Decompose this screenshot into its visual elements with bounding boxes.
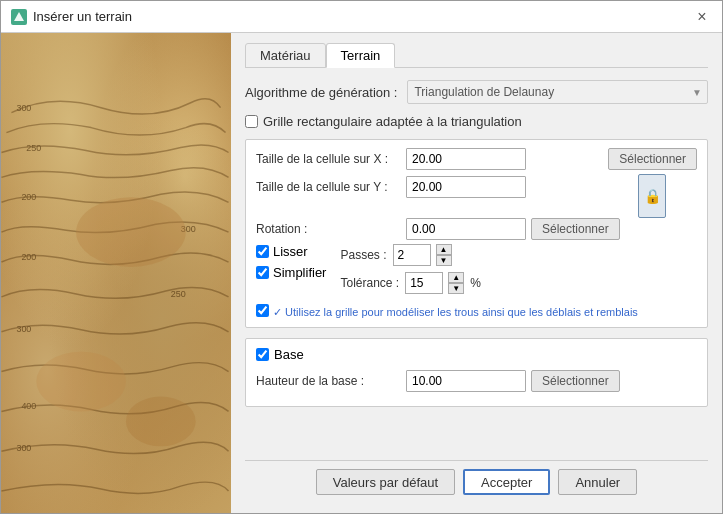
defaults-button[interactable]: Valeurs par défaut (316, 469, 455, 495)
svg-marker-0 (14, 12, 24, 21)
svg-point-12 (126, 396, 196, 446)
cellule-x-row: Taille de la cellule sur X : (256, 148, 598, 170)
cancel-button[interactable]: Annuler (558, 469, 637, 495)
footer: Valeurs par défaut Accepter Annuler (245, 460, 708, 503)
note-row: ✓ Utilisez la grille pour modéliser les … (256, 302, 697, 319)
base-header: Base (256, 347, 697, 362)
svg-text:300: 300 (16, 443, 31, 453)
base-label: Base (274, 347, 304, 362)
tolerance-row: Tolérance : ▲ ▼ % (340, 272, 480, 294)
tolerance-up-arrow[interactable]: ▲ (448, 272, 464, 283)
dialog-body: 300 250 200 300 200 250 300 400 300 (1, 33, 722, 513)
rotation-input[interactable] (406, 218, 526, 240)
passes-input[interactable] (393, 244, 431, 266)
svg-text:300: 300 (16, 324, 31, 334)
cellule-x-input[interactable] (406, 148, 526, 170)
close-button[interactable]: × (692, 7, 712, 27)
terrain-background: 300 250 200 300 200 250 300 400 300 (1, 33, 231, 513)
accept-button[interactable]: Accepter (463, 469, 550, 495)
lisser-checkbox[interactable] (256, 245, 269, 258)
tab-materiau[interactable]: Matériau (245, 43, 326, 68)
options-group: Lisser Simplifier Passes : ▲ (256, 244, 697, 294)
svg-text:400: 400 (21, 401, 36, 411)
rotation-label: Rotation : (256, 222, 406, 236)
cellule-y-label: Taille de la cellule sur Y : (256, 180, 406, 194)
hauteur-input[interactable] (406, 370, 526, 392)
passes-spinners: ▲ ▼ (436, 244, 452, 266)
simplifier-label: Simplifier (273, 265, 326, 280)
grille-checkbox[interactable] (245, 115, 258, 128)
note-text: ✓ Utilisez la grille pour modéliser les … (273, 306, 638, 319)
svg-text:250: 250 (26, 143, 41, 153)
hauteur-row: Hauteur de la base : Sélectionner (256, 370, 697, 392)
algo-select-wrapper: ▼ (407, 80, 708, 104)
svg-point-10 (76, 197, 186, 267)
lock-button[interactable]: 🔒 (638, 174, 666, 218)
svg-text:200: 200 (21, 252, 36, 262)
grille-label: Grille rectangulaire adaptée à la triang… (263, 114, 522, 129)
dialog: Insérer un terrain × (0, 0, 723, 514)
check-options: Lisser Simplifier (256, 244, 326, 280)
value-options: Passes : ▲ ▼ Tolérance : ▲ (340, 244, 480, 294)
tolerance-input[interactable] (405, 272, 443, 294)
base-checkbox[interactable] (256, 348, 269, 361)
algo-input (407, 80, 708, 104)
svg-text:200: 200 (21, 192, 36, 202)
right-panel: Matériau Terrain Algorithme de génératio… (231, 33, 722, 513)
tolerance-spinners: ▲ ▼ (448, 272, 464, 294)
passes-label: Passes : (340, 248, 386, 262)
terrain-svg: 300 250 200 300 200 250 300 400 300 (1, 33, 231, 513)
terrain-image-panel: 300 250 200 300 200 250 300 400 300 (1, 33, 231, 513)
dialog-title: Insérer un terrain (33, 9, 132, 24)
cellule-x-label: Taille de la cellule sur X : (256, 152, 406, 166)
selectionner2-button[interactable]: Sélectionner (531, 218, 620, 240)
percent-label: % (470, 276, 481, 290)
rotation-row: Rotation : Sélectionner (256, 218, 697, 240)
passes-up-arrow[interactable]: ▲ (436, 244, 452, 255)
base-section: Base Hauteur de la base : Sélectionner (245, 338, 708, 407)
simplifier-checkbox[interactable] (256, 266, 269, 279)
passes-down-arrow[interactable]: ▼ (436, 255, 452, 266)
group-box: Taille de la cellule sur X : Taille de l… (245, 139, 708, 328)
tolerance-down-arrow[interactable]: ▼ (448, 283, 464, 294)
svg-text:250: 250 (171, 289, 186, 299)
terrain-icon (11, 9, 27, 25)
lisser-label: Lisser (273, 244, 308, 259)
xy-fields: Taille de la cellule sur X : Taille de l… (256, 148, 598, 218)
algo-label: Algorithme de génération : (245, 85, 397, 100)
svg-text:300: 300 (16, 103, 31, 113)
svg-point-11 (36, 352, 126, 412)
algo-row: Algorithme de génération : ▼ (245, 80, 708, 104)
lisser-row: Lisser (256, 244, 326, 259)
titlebar-left: Insérer un terrain (11, 9, 132, 25)
tabs: Matériau Terrain (245, 43, 708, 68)
passes-row: Passes : ▲ ▼ (340, 244, 480, 266)
selectionner1-button[interactable]: Sélectionner (608, 148, 697, 170)
simplifier-row: Simplifier (256, 265, 326, 280)
titlebar: Insérer un terrain × (1, 1, 722, 33)
cellule-y-input[interactable] (406, 176, 526, 198)
hauteur-label: Hauteur de la base : (256, 374, 406, 388)
note-checkbox[interactable] (256, 304, 269, 317)
cellule-y-row: Taille de la cellule sur Y : (256, 176, 598, 198)
tab-terrain[interactable]: Terrain (326, 43, 396, 68)
grille-checkbox-row: Grille rectangulaire adaptée à la triang… (245, 114, 708, 129)
xy-group: Taille de la cellule sur X : Taille de l… (256, 148, 697, 218)
tolerance-label: Tolérance : (340, 276, 399, 290)
selectionner-base-button[interactable]: Sélectionner (531, 370, 620, 392)
